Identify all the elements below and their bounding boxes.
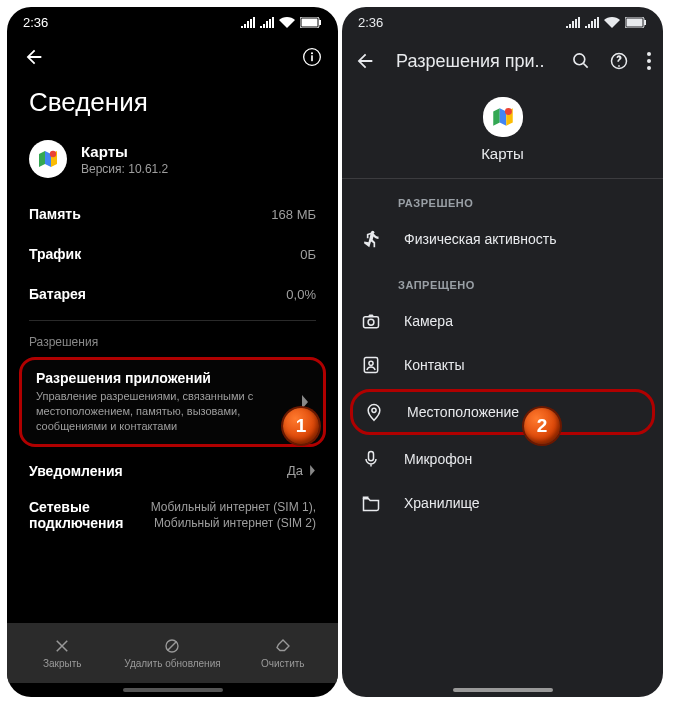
permission-contacts[interactable]: Контакты	[342, 343, 663, 387]
app-version: Версия: 10.61.2	[81, 162, 168, 176]
svg-rect-18	[364, 317, 379, 328]
svg-point-21	[369, 361, 373, 365]
chevron-right-icon	[301, 395, 309, 409]
contacts-icon	[360, 355, 382, 375]
svg-rect-2	[319, 20, 321, 25]
svg-point-4	[311, 52, 313, 54]
svg-point-22	[372, 408, 376, 412]
svg-point-15	[647, 66, 651, 70]
permission-activity[interactable]: Физическая активность	[342, 217, 663, 261]
location-icon	[363, 402, 385, 422]
permission-location[interactable]: Местоположение	[350, 389, 655, 435]
app-header: Карты	[342, 85, 663, 179]
storage-icon	[360, 493, 382, 513]
app-name: Карты	[81, 143, 168, 160]
battery-icon	[300, 17, 322, 28]
wifi-icon	[604, 17, 620, 28]
svg-point-14	[647, 59, 651, 63]
svg-point-19	[368, 319, 374, 325]
svg-rect-23	[369, 452, 374, 461]
page-title: Сведения	[7, 77, 338, 132]
help-icon[interactable]	[609, 51, 629, 71]
activity-icon	[360, 229, 382, 249]
notifications-row[interactable]: Уведомления Да	[7, 451, 338, 491]
app-summary[interactable]: Карты Версия: 10.61.2	[7, 132, 338, 194]
svg-rect-1	[302, 18, 318, 26]
wifi-icon	[279, 17, 295, 28]
more-icon[interactable]	[647, 52, 651, 70]
app-info-screen: 2:36 Сведения Карты Версия: 10.	[7, 7, 338, 697]
svg-point-6	[50, 151, 56, 157]
status-icons	[566, 17, 647, 28]
nav-pill[interactable]	[342, 683, 663, 697]
svg-point-16	[504, 108, 511, 115]
divider	[29, 320, 316, 321]
signal-icon	[585, 17, 599, 28]
app-name: Карты	[481, 145, 524, 162]
header: Разрешения при..	[342, 37, 663, 85]
close-button[interactable]: Закрыть	[7, 623, 117, 683]
maps-app-icon	[29, 140, 67, 178]
chevron-right-icon	[309, 465, 316, 476]
section-label: Разрешения	[7, 325, 338, 353]
memory-row[interactable]: Память 168 МБ	[7, 194, 338, 234]
svg-point-11	[574, 54, 585, 65]
info-icon[interactable]	[302, 47, 322, 67]
microphone-icon	[360, 449, 382, 469]
camera-icon	[360, 311, 382, 331]
search-icon[interactable]	[571, 51, 591, 71]
section-allowed: РАЗРЕШЕНО	[342, 179, 663, 217]
step-badge-1: 1	[283, 408, 319, 444]
status-icons	[241, 17, 322, 28]
signal-icon	[566, 17, 580, 28]
svg-rect-5	[311, 55, 313, 61]
permission-camera[interactable]: Камера	[342, 299, 663, 343]
permissions-screen: 2:36 Разрешения при..	[342, 7, 663, 697]
back-button[interactable]	[354, 50, 376, 72]
app-permissions-row[interactable]: Разрешения приложений Управление разреше…	[19, 357, 326, 447]
maps-app-icon	[483, 97, 523, 137]
page-title: Разрешения при..	[396, 51, 551, 72]
status-time: 2:36	[23, 15, 48, 30]
battery-row[interactable]: Батарея 0,0%	[7, 274, 338, 314]
permission-microphone[interactable]: Микрофон	[342, 437, 663, 481]
back-button[interactable]	[23, 46, 45, 68]
nav-pill[interactable]	[7, 683, 338, 697]
step-badge-2: 2	[524, 408, 560, 444]
traffic-row[interactable]: Трафик 0Б	[7, 234, 338, 274]
status-bar: 2:36	[7, 7, 338, 37]
bottom-action-bar: Закрыть Удалить обновления Очистить	[7, 623, 338, 683]
signal-icon	[241, 17, 255, 28]
svg-rect-9	[627, 18, 643, 26]
svg-rect-10	[644, 20, 646, 25]
section-denied: ЗАПРЕЩЕНО	[342, 261, 663, 299]
uninstall-updates-button[interactable]: Удалить обновления	[117, 623, 227, 683]
signal-icon	[260, 17, 274, 28]
network-row[interactable]: Сетевые подключения Мобильный интернет (…	[7, 491, 338, 547]
status-time: 2:36	[358, 15, 383, 30]
clear-button[interactable]: Очистить	[228, 623, 338, 683]
permission-storage[interactable]: Хранилище	[342, 481, 663, 525]
header	[7, 37, 338, 77]
svg-point-13	[647, 52, 651, 56]
battery-icon	[625, 17, 647, 28]
status-bar: 2:36	[342, 7, 663, 37]
